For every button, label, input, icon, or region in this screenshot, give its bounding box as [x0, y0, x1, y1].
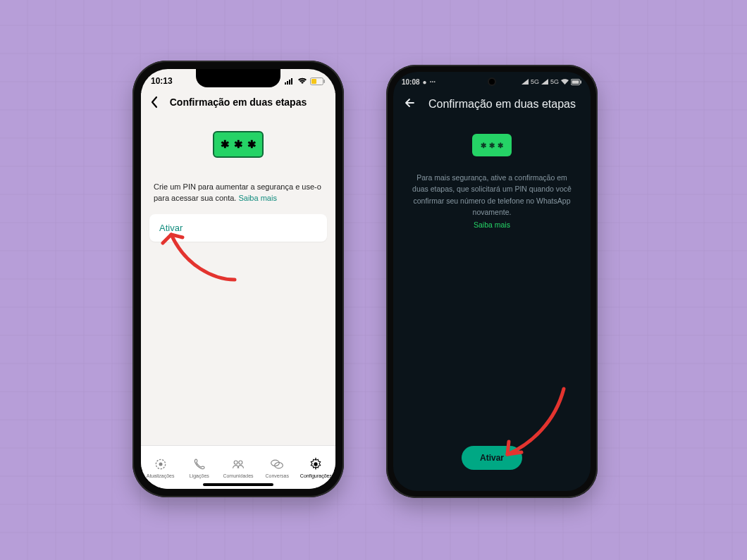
- svg-rect-15: [581, 80, 582, 83]
- gear-icon: [309, 457, 323, 471]
- android-device-frame: 10:08 ● ··· 5G 5G Confirmação em duas et…: [386, 65, 598, 498]
- home-indicator: [203, 483, 273, 486]
- activate-label: Ativar: [480, 453, 504, 463]
- tab-label: Ligações: [190, 473, 209, 478]
- arrow-left-icon: [403, 96, 417, 110]
- wifi-icon: [561, 79, 569, 85]
- status-ellipsis-icon: ···: [430, 78, 436, 86]
- svg-point-12: [275, 462, 283, 468]
- svg-rect-3: [291, 78, 292, 85]
- svg-point-11: [271, 460, 280, 466]
- updates-icon: [154, 457, 168, 471]
- back-button[interactable]: [403, 96, 417, 113]
- tab-chats[interactable]: Conversas: [258, 446, 297, 489]
- chats-icon: [270, 457, 284, 471]
- svg-point-9: [234, 461, 237, 464]
- tab-settings[interactable]: Configurações: [297, 446, 335, 489]
- android-screen: 10:08 ● ··· 5G 5G Confirmação em duas et…: [393, 72, 591, 491]
- phone-icon: [192, 457, 206, 471]
- signal-icon: [541, 79, 548, 85]
- svg-point-13: [314, 462, 318, 466]
- activate-button[interactable]: Ativar: [149, 214, 327, 242]
- svg-rect-0: [285, 82, 286, 85]
- battery-icon: [310, 77, 326, 85]
- svg-rect-6: [311, 79, 316, 84]
- wifi-icon: [297, 77, 307, 85]
- iphone-screen: 10:13: [141, 69, 335, 489]
- tab-updates[interactable]: Atualizações: [141, 446, 180, 489]
- svg-rect-1: [287, 81, 288, 85]
- pin-badge: ✱ ✱ ✱: [213, 131, 264, 158]
- pin-dot: ✱: [234, 138, 243, 151]
- svg-rect-2: [289, 80, 290, 85]
- status-dot-icon: ●: [423, 78, 427, 86]
- activate-label: Ativar: [159, 223, 183, 233]
- page-title: Confirmação em duas etapas: [428, 98, 576, 111]
- tab-label: Comunidades: [223, 473, 253, 478]
- signal-icon: [521, 79, 529, 85]
- pin-dot: ✱: [221, 138, 230, 151]
- learn-more-link[interactable]: Saiba mais: [410, 219, 574, 230]
- pin-badge: ✱ ✱ ✱: [472, 134, 512, 156]
- pin-dot: ✱: [481, 142, 486, 149]
- svg-point-10: [239, 461, 242, 464]
- ios-status-time: 10:13: [151, 76, 173, 86]
- android-header: Confirmação em duas etapas: [393, 92, 591, 120]
- tab-communities[interactable]: Comunidades: [218, 446, 257, 489]
- description-body: Crie um PIN para aumentar a segurança e …: [154, 182, 321, 202]
- iphone-notch: [196, 69, 280, 87]
- description-text: Para mais segurança, ative a confirmação…: [410, 172, 574, 230]
- background-pattern: [0, 0, 747, 560]
- android-camera-cutout: [488, 77, 496, 86]
- tab-label: Atualizações: [147, 473, 175, 478]
- pin-dot: ✱: [489, 142, 495, 149]
- svg-point-8: [159, 462, 162, 466]
- signal-icon: [285, 77, 295, 85]
- svg-rect-16: [572, 80, 579, 84]
- description-body: Para mais segurança, ative a confirmação…: [412, 173, 572, 216]
- iphone-device-frame: 10:13: [132, 61, 344, 497]
- network-label: 5G: [550, 78, 559, 85]
- battery-icon: [571, 79, 582, 85]
- tab-calls[interactable]: Ligações: [180, 446, 218, 489]
- communities-icon: [231, 457, 245, 471]
- activate-button[interactable]: Ativar: [462, 446, 522, 470]
- android-status-time: 10:08: [402, 78, 420, 86]
- network-label: 5G: [531, 78, 539, 85]
- tab-label: Configurações: [300, 473, 332, 478]
- pin-dot: ✱: [498, 142, 503, 149]
- ios-header: Confirmação em duas etapas: [141, 93, 335, 116]
- learn-more-link[interactable]: Saiba mais: [238, 194, 276, 202]
- description-text: Crie um PIN para aumentar a segurança e …: [154, 182, 323, 204]
- page-title: Confirmação em duas etapas: [148, 97, 328, 108]
- ios-tab-bar: Atualizações Ligações Comunidades Conver…: [141, 445, 335, 489]
- svg-rect-5: [324, 80, 326, 83]
- pin-dot: ✱: [247, 138, 257, 151]
- tab-label: Conversas: [265, 473, 288, 478]
